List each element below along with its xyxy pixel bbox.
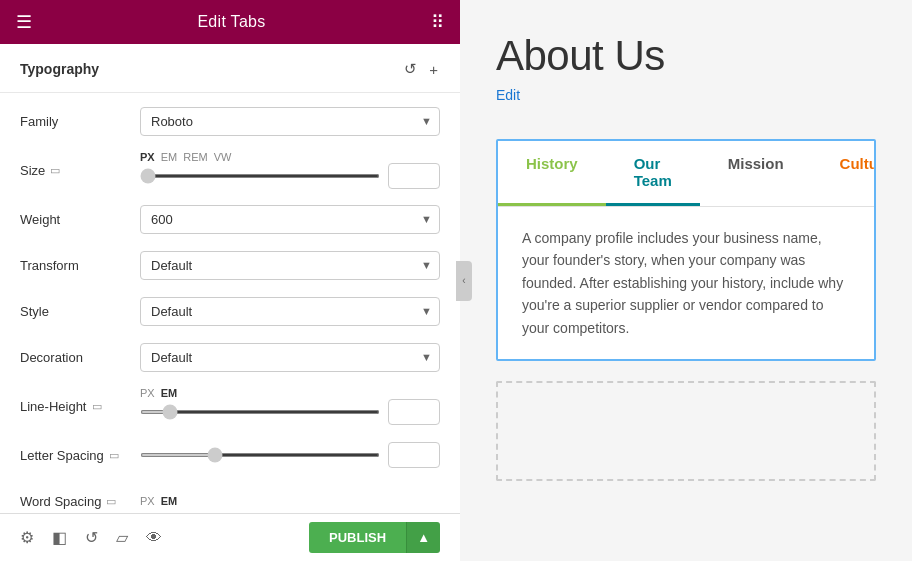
settings-icon[interactable]: ⚙ [20,528,34,547]
tab-content-text: A company profile includes your business… [522,227,850,339]
tabs-header: History Our Team Mission Culture [498,141,874,207]
size-control: PX EM REM VW [140,151,440,189]
size-units: PX EM REM VW [140,151,440,163]
tab-our-team[interactable]: Our Team [606,141,700,206]
line-height-units: PX EM [140,387,440,399]
decoration-row: Decoration Default None Underline Overli… [20,341,440,373]
word-spacing-row: Word Spacing ▭ PX EM [20,485,440,513]
line-height-unit-px[interactable]: PX [140,387,155,399]
letter-spacing-control [140,442,440,468]
history-icon[interactable]: ↺ [85,528,98,547]
weight-select[interactable]: 600 100 200 300 400 500 700 800 900 [140,205,440,234]
word-spacing-units: PX EM [140,495,440,507]
letter-spacing-monitor-icon: ▭ [109,449,119,462]
weight-select-wrapper: 600 100 200 300 400 500 700 800 900 ▼ [140,205,440,234]
bottom-tools: ⚙ ◧ ↺ ▱ 👁 [20,528,162,547]
menu-icon[interactable]: ☰ [16,11,32,33]
word-spacing-unit-em[interactable]: EM [161,495,178,507]
transform-label: Transform [20,258,140,273]
tab-mission[interactable]: Mission [700,141,812,206]
family-row: Family Roboto Arial Open Sans Lato Monts… [20,105,440,137]
letter-spacing-slider-row [140,442,440,468]
form-rows: Family Roboto Arial Open Sans Lato Monts… [0,93,460,513]
size-unit-px[interactable]: PX [140,151,155,163]
size-input[interactable] [388,163,440,189]
top-bar: ☰ Edit Tabs ⠿ [0,0,460,44]
transform-select[interactable]: Default Uppercase Lowercase Capitalize [140,251,440,280]
style-select[interactable]: Default Normal Italic Oblique [140,297,440,326]
grid-icon[interactable]: ⠿ [431,11,444,33]
letter-spacing-slider[interactable] [140,453,380,457]
typography-title: Typography [20,61,99,77]
style-control: Default Normal Italic Oblique ▼ [140,297,440,326]
size-unit-em[interactable]: EM [161,151,178,163]
panel-body: Typography ↺ + Family Roboto Arial Open … [0,44,460,513]
tab-culture[interactable]: Culture [812,141,876,206]
line-height-slider[interactable] [140,410,380,414]
decoration-control: Default None Underline Overline Line-thr… [140,343,440,372]
decoration-select-wrapper: Default None Underline Overline Line-thr… [140,343,440,372]
responsive-icon[interactable]: ▱ [116,528,128,547]
tabs-container: History Our Team Mission Culture A compa… [496,139,876,361]
family-select-wrapper: Roboto Arial Open Sans Lato Montserrat ▼ [140,107,440,136]
size-unit-rem[interactable]: REM [183,151,207,163]
line-height-input[interactable] [388,399,440,425]
left-panel: ☰ Edit Tabs ⠿ Typography ↺ + Family [0,0,460,561]
line-height-unit-em[interactable]: EM [161,387,178,399]
transform-control: Default Uppercase Lowercase Capitalize ▼ [140,251,440,280]
size-label: Size ▭ [20,163,140,178]
line-height-monitor-icon: ▭ [92,400,102,413]
collapse-handle[interactable]: ‹ [456,261,472,301]
edit-link[interactable]: Edit [496,87,520,103]
publish-button[interactable]: PUBLISH [309,522,406,553]
word-spacing-monitor-icon: ▭ [106,495,116,508]
size-slider[interactable] [140,174,380,178]
tabs-content: A company profile includes your business… [498,207,874,359]
style-select-wrapper: Default Normal Italic Oblique ▼ [140,297,440,326]
bottom-toolbar: ⚙ ◧ ↺ ▱ 👁 PUBLISH ▲ [0,513,460,561]
right-panel: About Us Edit History Our Team Mission C… [460,0,912,561]
reset-button[interactable]: ↺ [402,58,419,80]
section-actions: ↺ + [402,58,440,80]
word-spacing-control: PX EM [140,495,440,507]
line-height-label: Line-Height ▭ [20,399,140,414]
letter-spacing-label: Letter Spacing ▭ [20,448,140,463]
size-unit-vw[interactable]: VW [214,151,232,163]
line-height-control: PX EM [140,387,440,425]
tab-history[interactable]: History [498,141,606,206]
decoration-label: Decoration [20,350,140,365]
style-label: Style [20,304,140,319]
weight-label: Weight [20,212,140,227]
word-spacing-unit-px[interactable]: PX [140,495,155,507]
letter-spacing-row: Letter Spacing ▭ [20,439,440,471]
decoration-select[interactable]: Default None Underline Overline Line-thr… [140,343,440,372]
publish-dropdown-button[interactable]: ▲ [406,522,440,553]
layers-icon[interactable]: ◧ [52,528,67,547]
size-slider-row [140,163,440,189]
size-monitor-icon: ▭ [50,164,60,177]
page-title: About Us [496,32,876,80]
publish-group: PUBLISH ▲ [309,522,440,553]
dashed-placeholder-box [496,381,876,481]
preview-icon[interactable]: 👁 [146,529,162,547]
letter-spacing-input[interactable] [388,442,440,468]
line-height-row: Line-Height ▭ PX EM [20,387,440,425]
style-row: Style Default Normal Italic Oblique ▼ [20,295,440,327]
family-select[interactable]: Roboto Arial Open Sans Lato Montserrat [140,107,440,136]
family-label: Family [20,114,140,129]
weight-row: Weight 600 100 200 300 400 500 700 800 9… [20,203,440,235]
family-control: Roboto Arial Open Sans Lato Montserrat ▼ [140,107,440,136]
weight-control: 600 100 200 300 400 500 700 800 900 ▼ [140,205,440,234]
size-row: Size ▭ PX EM REM VW [20,151,440,189]
typography-section-header: Typography ↺ + [0,44,460,93]
word-spacing-label: Word Spacing ▭ [20,494,140,509]
transform-select-wrapper: Default Uppercase Lowercase Capitalize ▼ [140,251,440,280]
add-button[interactable]: + [427,59,440,80]
top-bar-title: Edit Tabs [197,13,265,31]
transform-row: Transform Default Uppercase Lowercase Ca… [20,249,440,281]
line-height-slider-row [140,399,440,425]
